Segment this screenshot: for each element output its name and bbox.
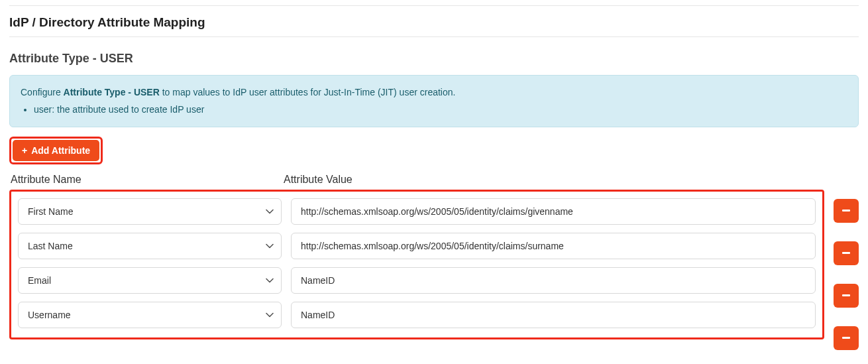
table-row — [18, 198, 816, 225]
attribute-name-select[interactable] — [18, 233, 282, 259]
table-row — [18, 233, 816, 259]
minus-icon — [842, 252, 850, 254]
attribute-name-select[interactable] — [18, 198, 282, 225]
remove-attribute-button[interactable] — [834, 284, 859, 308]
attribute-name-select[interactable] — [18, 302, 282, 328]
remove-attribute-button[interactable] — [834, 199, 859, 223]
section-title: Attribute Type - USER — [9, 52, 859, 66]
info-text-bold: Attribute Type - USER — [64, 87, 160, 97]
plus-icon: + — [22, 145, 27, 156]
attribute-value-input[interactable] — [291, 302, 816, 328]
attribute-table-highlight — [9, 190, 824, 339]
column-header-value: Attribute Value — [284, 174, 859, 186]
table-row — [18, 267, 816, 294]
divider — [9, 36, 859, 37]
remove-attribute-button[interactable] — [834, 326, 859, 350]
page-title: IdP / Directory Attribute Mapping — [9, 15, 859, 30]
attribute-value-input[interactable] — [291, 198, 816, 225]
info-text-prefix: Configure — [21, 87, 64, 97]
minus-icon — [842, 210, 850, 212]
attribute-value-input[interactable] — [291, 233, 816, 259]
minus-icon — [842, 294, 850, 296]
add-attribute-label: Add Attribute — [31, 145, 90, 156]
attribute-name-select[interactable] — [18, 267, 282, 294]
remove-button-column — [834, 190, 859, 350]
info-box: Configure Attribute Type - USER to map v… — [9, 75, 859, 127]
minus-icon — [842, 337, 850, 339]
attribute-value-input[interactable] — [291, 267, 816, 294]
info-text-suffix: to map values to IdP user attributes for… — [160, 87, 456, 97]
column-header-name: Attribute Name — [11, 174, 274, 186]
info-bullet: user: the attribute used to create IdP u… — [34, 102, 847, 117]
remove-attribute-button[interactable] — [834, 241, 859, 265]
table-row — [18, 302, 816, 328]
add-attribute-button[interactable]: + Add Attribute — [13, 140, 99, 161]
add-attribute-highlight: + Add Attribute — [9, 137, 103, 164]
